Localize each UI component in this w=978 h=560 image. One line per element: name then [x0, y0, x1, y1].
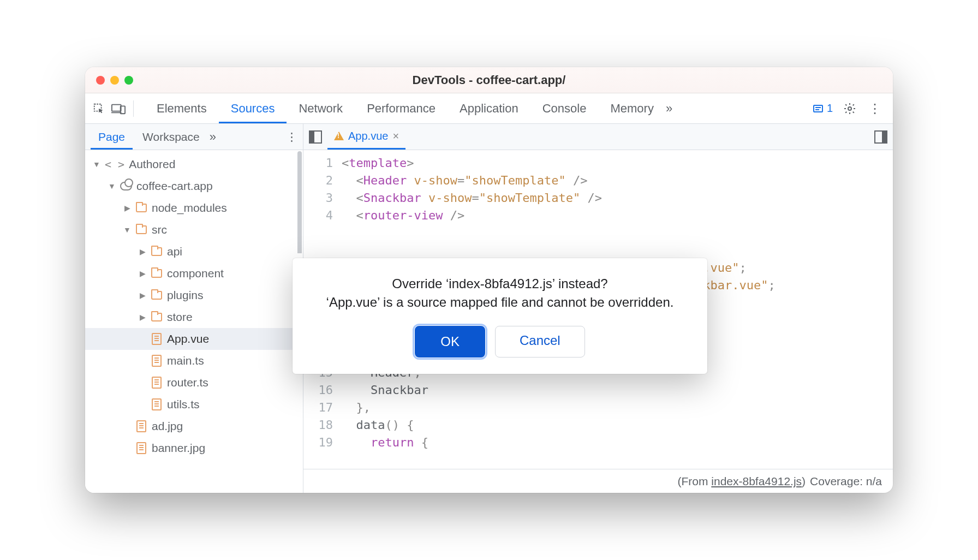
- tree-authored[interactable]: ▼< >Authored: [85, 153, 303, 175]
- svg-rect-1: [112, 104, 121, 111]
- file-icon: [152, 398, 162, 410]
- tab-elements[interactable]: Elements: [145, 94, 219, 123]
- tree-folder-node-modules[interactable]: ▶node_modules: [85, 197, 303, 219]
- navigator-sidebar: Page Workspace » ⋮ ▼< >Authored ▼coffee-…: [85, 124, 303, 493]
- file-icon: [152, 333, 162, 345]
- tree-file-utils-ts[interactable]: utils.ts: [85, 394, 303, 415]
- warning-icon: [334, 132, 344, 140]
- folder-icon: [151, 313, 162, 321]
- tab-sources[interactable]: Sources: [219, 94, 287, 123]
- inspect-icon[interactable]: [91, 100, 107, 117]
- navigator-tabs: Page Workspace » ⋮: [85, 124, 303, 150]
- file-icon: [136, 420, 146, 432]
- tree-folder-store[interactable]: ▶store: [85, 306, 303, 328]
- folder-icon: [151, 247, 162, 256]
- folder-icon: [136, 204, 147, 212]
- file-icon: [152, 355, 162, 367]
- coverage-status: Coverage: n/a: [810, 475, 882, 488]
- more-tabs-icon[interactable]: »: [666, 102, 672, 116]
- folder-icon: [136, 225, 147, 234]
- file-tree[interactable]: ▼< >Authored ▼coffee-cart.app ▶node_modu…: [85, 150, 303, 493]
- cancel-button[interactable]: Cancel: [495, 326, 585, 358]
- devtools-window: DevTools - coffee-cart.app/ Elements Sou…: [85, 67, 893, 493]
- tab-memory[interactable]: Memory: [598, 94, 665, 123]
- dialog-line-2: ‘App.vue’ is a source mapped file and ca…: [311, 293, 689, 312]
- navigator-tab-workspace[interactable]: Workspace: [135, 124, 207, 150]
- sourcemap-link[interactable]: index-8bfa4912.js: [711, 475, 802, 487]
- tab-performance[interactable]: Performance: [355, 94, 448, 123]
- toggle-navigator-icon[interactable]: [309, 130, 322, 144]
- svg-point-7: [848, 107, 851, 110]
- tree-folder-api[interactable]: ▶api: [85, 241, 303, 263]
- kebab-menu-icon[interactable]: ⋮: [867, 100, 883, 117]
- titlebar: DevTools - coffee-cart.app/: [85, 67, 893, 93]
- tree-file-router-ts[interactable]: router.ts: [85, 372, 303, 394]
- divider: [133, 100, 134, 117]
- editor-tabs-right: [874, 130, 887, 144]
- navigator-tab-page[interactable]: Page: [91, 124, 133, 150]
- dialog-line-1: Override ‘index-8bfa4912.js’ instead?: [311, 275, 689, 293]
- tree-folder-plugins[interactable]: ▶plugins: [85, 284, 303, 306]
- editor-tab-app-vue[interactable]: App.vue ×: [327, 124, 405, 150]
- tab-network[interactable]: Network: [287, 94, 355, 123]
- toggle-debugger-icon[interactable]: [874, 130, 887, 144]
- navigator-menu: ⋮: [286, 130, 297, 144]
- window-title: DevTools - coffee-cart.app/: [85, 73, 893, 87]
- issues-count: 1: [827, 102, 833, 115]
- panel-tabs: Elements Sources Network Performance App…: [145, 94, 809, 123]
- tree-file-app-vue[interactable]: App.vue: [85, 328, 303, 350]
- navigator-kebab-icon[interactable]: ⋮: [286, 130, 297, 144]
- main-toolbar: Elements Sources Network Performance App…: [85, 93, 893, 124]
- sourcemap-from: (From index-8bfa4912.js): [677, 475, 806, 488]
- tree-file-ad-jpg[interactable]: ad.jpg: [85, 415, 303, 437]
- navigator-more-tabs-icon[interactable]: »: [210, 130, 216, 144]
- settings-icon[interactable]: [842, 100, 858, 117]
- tree-domain[interactable]: ▼coffee-cart.app: [85, 175, 303, 197]
- dialog-buttons: OK Cancel: [311, 326, 689, 358]
- tab-console[interactable]: Console: [530, 94, 599, 123]
- tab-application[interactable]: Application: [448, 94, 530, 123]
- folder-icon: [151, 269, 162, 278]
- close-tab-icon[interactable]: ×: [392, 130, 399, 142]
- tree-file-main-ts[interactable]: main.ts: [85, 350, 303, 372]
- tree-folder-component[interactable]: ▶component: [85, 263, 303, 284]
- file-icon: [152, 377, 162, 389]
- folder-icon: [151, 291, 162, 300]
- ok-button[interactable]: OK: [415, 326, 485, 358]
- override-dialog: Override ‘index-8bfa4912.js’ instead? ‘A…: [293, 258, 707, 374]
- toolbar-right: 1 ⋮: [813, 100, 887, 117]
- device-toggle-icon[interactable]: [110, 100, 127, 117]
- cloud-icon: [120, 182, 132, 190]
- file-icon: [136, 442, 146, 454]
- editor-tabs: App.vue ×: [303, 124, 893, 150]
- issues-badge[interactable]: 1: [813, 102, 833, 115]
- tree-file-banner-jpg[interactable]: banner.jpg: [85, 437, 303, 459]
- editor-statusbar: (From index-8bfa4912.js) Coverage: n/a: [303, 469, 893, 493]
- editor-tab-label: App.vue: [348, 130, 388, 142]
- svg-rect-4: [814, 105, 822, 112]
- tree-folder-src[interactable]: ▼src: [85, 219, 303, 241]
